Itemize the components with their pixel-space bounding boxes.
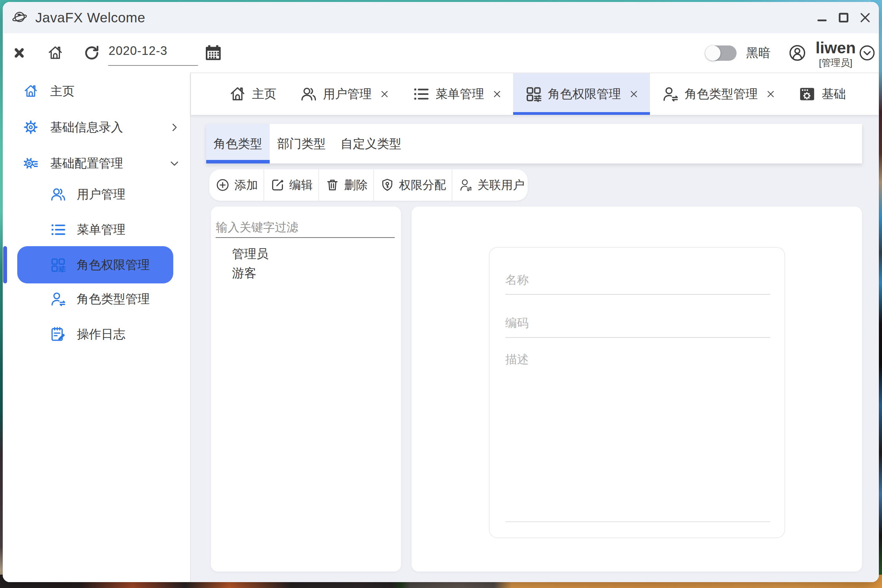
sidebar-item-label: 基础信息录入	[50, 119, 123, 136]
top-toolbar: 2020-12-3 黑暗 liwen [管理员]	[3, 33, 879, 73]
sidebar-item-label: 角色权限管理	[77, 257, 150, 273]
sidebar-item-label: 基础配置管理	[50, 155, 123, 172]
name-field[interactable]: 名称	[505, 272, 770, 288]
filter-underline	[216, 237, 395, 238]
tab-label: 角色权限管理	[548, 86, 621, 102]
refresh-icon[interactable]	[83, 45, 100, 61]
notepad-pencil-icon	[50, 326, 66, 343]
window-gear-icon	[799, 85, 816, 103]
tab-bar: 主页 用户管理 菜单管理 角色权限管理	[191, 73, 879, 115]
permission-assign-button[interactable]: 权限分配	[373, 169, 452, 201]
sidebar-item-label: 操作日志	[77, 326, 125, 343]
tab-label: 菜单管理	[436, 86, 484, 102]
sidebar-item-user-mgmt[interactable]: 用户管理	[3, 176, 190, 213]
action-button-label: 权限分配	[399, 177, 446, 193]
edit-icon	[270, 178, 285, 192]
shield-key-icon	[380, 178, 394, 192]
sidebar-item-role-permission-mgmt[interactable]: 角色权限管理	[17, 246, 173, 283]
plus-circle-icon	[216, 178, 230, 192]
tree-item-guest[interactable]: 游客	[232, 264, 256, 283]
trash-icon	[325, 178, 339, 192]
date-underline	[108, 65, 198, 66]
window-title: JavaFX Welcome	[35, 10, 145, 25]
app-logo-planet-icon	[12, 10, 27, 25]
description-field[interactable]: 描述	[505, 352, 770, 368]
tab-close-icon[interactable]	[630, 90, 638, 98]
home-icon	[229, 85, 246, 103]
subtab-department-type[interactable]: 部门类型	[270, 124, 333, 163]
home-nav-icon[interactable]	[47, 45, 64, 61]
title-bar: JavaFX Welcome	[3, 2, 879, 33]
tab-close-icon[interactable]	[766, 90, 775, 98]
app-body: 主页 基础信息录入 基础配置管理 用户管理 菜单管理	[3, 73, 879, 582]
tab-user-mgmt[interactable]: 用户管理	[288, 73, 401, 115]
tab-home[interactable]: 主页	[217, 73, 288, 115]
sidebar-item-label: 菜单管理	[77, 221, 125, 238]
sidebar: 主页 基础信息录入 基础配置管理 用户管理 菜单管理	[3, 73, 191, 582]
date-field[interactable]: 2020-12-3	[108, 40, 198, 66]
sidebar-item-label: 角色类型管理	[77, 291, 150, 307]
tab-close-icon[interactable]	[493, 90, 501, 98]
home-icon	[23, 83, 38, 99]
calendar-icon[interactable]	[204, 44, 222, 62]
sidebar-item-label: 用户管理	[77, 186, 125, 203]
sub-tab-bar: 角色类型 部门类型 自定义类型	[206, 124, 862, 163]
subtab-role-type[interactable]: 角色类型	[206, 124, 270, 163]
delete-button[interactable]: 删除	[318, 169, 373, 201]
filter-panel: 输入关键字过滤 管理员 游客	[211, 207, 401, 572]
grid-sliders-icon	[525, 85, 542, 103]
grid-sliders-icon	[50, 257, 66, 273]
code-field[interactable]: 编码	[505, 315, 770, 331]
edit-button[interactable]: 编辑	[263, 169, 318, 201]
tab-label: 用户管理	[323, 86, 372, 102]
date-value: 2020-12-3	[109, 44, 167, 58]
list-icon	[50, 221, 66, 238]
user-role-badge: [管理员]	[819, 56, 852, 69]
tab-close-icon[interactable]	[380, 90, 389, 98]
tab-base[interactable]: 基础	[787, 73, 858, 115]
subtab-custom-type[interactable]: 自定义类型	[333, 124, 409, 163]
tab-role-type-mgmt[interactable]: 角色类型管理	[650, 73, 787, 115]
close-button[interactable]	[860, 12, 871, 23]
maximize-button[interactable]	[838, 12, 849, 23]
username: liwen	[815, 40, 856, 56]
tab-menu-mgmt[interactable]: 菜单管理	[401, 73, 513, 115]
sidebar-item-base-info-entry[interactable]: 基础信息录入	[3, 109, 190, 146]
sidebar-item-home[interactable]: 主页	[3, 73, 190, 110]
action-button-label: 编辑	[289, 177, 313, 193]
minimize-button[interactable]	[817, 12, 828, 23]
tab-role-permission-mgmt[interactable]: 角色权限管理	[513, 73, 650, 115]
user-arrows-icon	[50, 291, 66, 307]
description-field-underline	[505, 521, 770, 522]
sidebar-item-label: 主页	[50, 83, 74, 100]
users-icon	[300, 85, 317, 103]
action-button-label: 添加	[234, 177, 258, 193]
gear-list-icon	[23, 156, 38, 171]
detail-panel: 名称 编码 描述	[412, 207, 862, 572]
chevron-down-icon	[169, 158, 180, 169]
user-block: liwen [管理员]	[815, 40, 856, 69]
filter-placeholder: 输入关键字过滤	[216, 220, 298, 236]
add-button[interactable]: 添加	[209, 169, 263, 201]
close-nav-icon[interactable]	[13, 47, 25, 59]
sidebar-item-menu-mgmt[interactable]: 菜单管理	[3, 211, 190, 248]
active-item-indicator	[3, 246, 7, 283]
avatar-icon[interactable]	[789, 44, 806, 62]
content-area: 角色类型 部门类型 自定义类型 添加 编辑 删除	[191, 115, 879, 582]
tree-item-admin[interactable]: 管理员	[232, 245, 269, 263]
tab-label: 基础	[822, 86, 846, 102]
user-menu-chevron-icon[interactable]	[859, 45, 875, 61]
dark-mode-toggle[interactable]	[705, 45, 737, 61]
dark-mode-label: 黑暗	[746, 45, 770, 61]
action-button-label: 删除	[344, 177, 368, 193]
users-icon	[50, 186, 66, 203]
role-form-card: 名称 编码 描述	[489, 247, 785, 538]
sidebar-item-operation-log[interactable]: 操作日志	[3, 316, 190, 353]
code-field-underline	[505, 337, 770, 338]
gear-icon	[23, 120, 38, 135]
action-button-label: 关联用户	[477, 177, 524, 193]
main-area: 主页 用户管理 菜单管理 角色权限管理	[191, 73, 879, 582]
keyword-filter-input[interactable]: 输入关键字过滤	[216, 220, 395, 238]
link-user-button[interactable]: 关联用户	[452, 169, 528, 201]
sidebar-item-role-type-mgmt[interactable]: 角色类型管理	[3, 280, 190, 318]
